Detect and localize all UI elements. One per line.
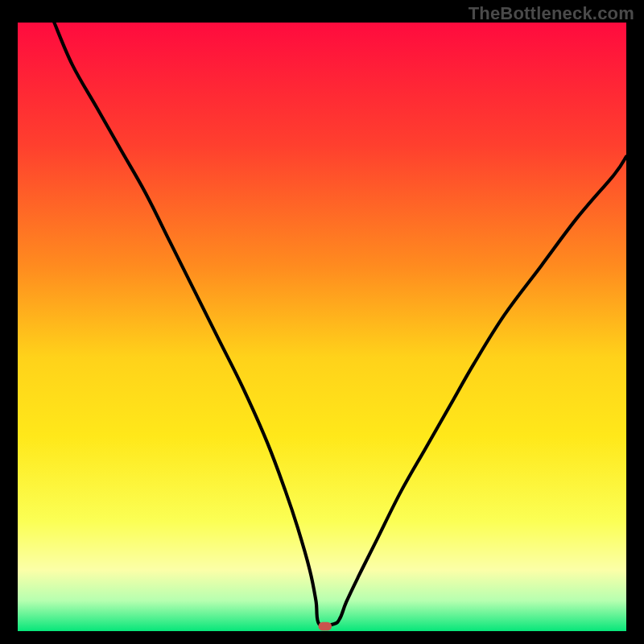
minimum-marker <box>318 622 332 631</box>
bottleneck-chart <box>18 23 626 631</box>
watermark-text: TheBottleneck.com <box>469 3 634 24</box>
gradient-background <box>18 23 626 631</box>
chart-frame: TheBottleneck.com <box>0 0 644 644</box>
